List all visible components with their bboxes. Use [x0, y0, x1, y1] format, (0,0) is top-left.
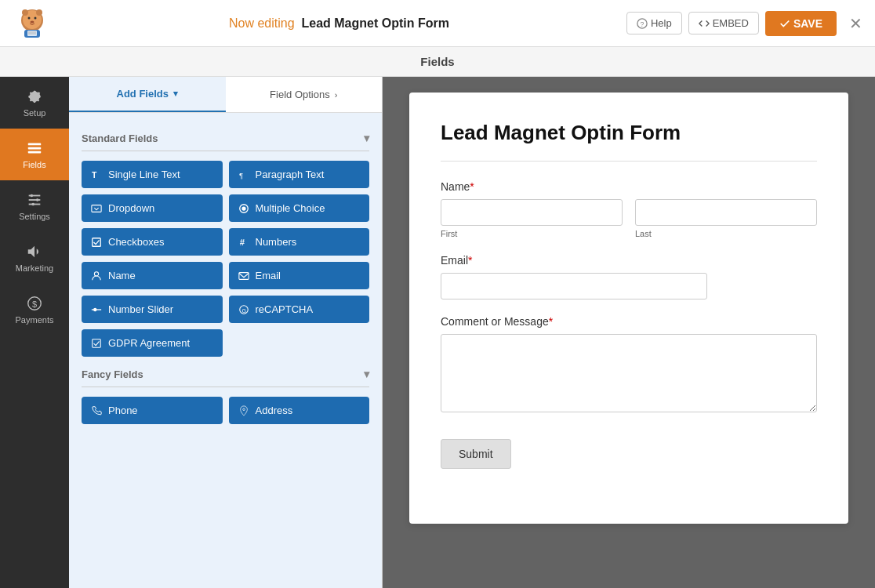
field-options-tab-label: Field Options: [270, 89, 330, 100]
recaptcha-label: reCAPTCHA: [256, 303, 314, 315]
google-icon: G: [238, 304, 249, 315]
gdpr-label: GDPR Agreement: [108, 337, 190, 349]
standard-fields-collapse-icon[interactable]: ▾: [364, 132, 369, 144]
field-btn-paragraph-text[interactable]: ¶ Paragraph Text: [229, 161, 370, 188]
address-label: Address: [256, 405, 293, 416]
form-label-message: Comment or Message*: [441, 315, 817, 328]
name-required-asterisk: *: [470, 180, 474, 193]
hash-icon: #: [238, 237, 249, 248]
standard-fields-divider: [82, 151, 369, 151]
email-input[interactable]: [441, 273, 707, 299]
tab-field-options[interactable]: Field Options ›: [226, 77, 383, 112]
fields-icon: [26, 140, 43, 157]
field-btn-email[interactable]: Email: [229, 262, 370, 289]
save-checkmark-icon: [779, 18, 790, 29]
save-button[interactable]: SAVE: [765, 11, 837, 36]
phone-label: Phone: [108, 405, 138, 416]
sidebar-label-setup: Setup: [24, 108, 46, 118]
single-line-text-label: Single Line Text: [108, 169, 180, 180]
svg-text:$: $: [32, 299, 37, 309]
field-btn-single-line-text[interactable]: T Single Line Text: [82, 161, 223, 188]
add-fields-chevron-icon: ▾: [173, 89, 178, 99]
sidebar-nav: Setup Fields Settings Marketing $ Paymen…: [0, 77, 69, 588]
field-btn-name[interactable]: Name: [82, 262, 223, 289]
sidebar-label-settings: Settings: [19, 212, 50, 221]
field-btn-number-slider[interactable]: Number Slider: [82, 296, 223, 323]
top-bar: Now editing Lead Magnet Optin Form ? Hel…: [0, 0, 875, 47]
save-label: SAVE: [793, 17, 822, 30]
sidebar-item-settings[interactable]: Settings: [0, 180, 69, 232]
fancy-fields-divider: [82, 387, 369, 387]
form-name-label: Lead Magnet Optin Form: [301, 16, 448, 30]
now-editing-label: Now editing: [229, 16, 295, 30]
first-name-input[interactable]: [441, 199, 623, 226]
svg-point-6: [31, 20, 34, 23]
email-required-asterisk: *: [468, 254, 472, 267]
fancy-fields-grid: Phone Address: [82, 397, 369, 424]
svg-rect-8: [27, 31, 37, 36]
svg-text:#: #: [239, 238, 245, 247]
svg-point-3: [36, 9, 42, 16]
svg-rect-37: [93, 339, 101, 347]
svg-rect-32: [238, 272, 248, 279]
field-btn-phone[interactable]: Phone: [82, 397, 223, 424]
field-btn-numbers[interactable]: # Numbers: [229, 228, 370, 256]
field-btn-recaptcha[interactable]: G reCAPTCHA: [229, 296, 370, 323]
form-field-message: Comment or Message*: [441, 315, 817, 416]
standard-fields-section: Standard Fields ▾: [82, 132, 369, 144]
top-bar-title: Now editing Lead Magnet Optin Form: [52, 16, 626, 31]
add-fields-tab-label: Add Fields: [117, 88, 169, 100]
fields-label-bar: Fields: [0, 47, 875, 77]
embed-icon: [699, 18, 710, 29]
check-square-icon: [91, 338, 102, 349]
fields-section-label: Fields: [420, 55, 454, 68]
field-btn-address[interactable]: Address: [229, 397, 370, 424]
svg-text:T: T: [92, 170, 97, 180]
svg-point-21: [31, 203, 34, 206]
form-label-email: Email*: [441, 254, 817, 267]
radio-icon: [238, 203, 249, 214]
dropdown-icon: [91, 203, 102, 214]
close-button[interactable]: ✕: [849, 14, 862, 33]
sidebar-item-setup[interactable]: Setup: [0, 77, 69, 129]
fields-panel: Add Fields ▾ Field Options › Standard Fi…: [69, 77, 383, 588]
field-btn-gdpr[interactable]: GDPR Agreement: [82, 329, 223, 357]
multiple-choice-label: Multiple Choice: [256, 202, 325, 214]
svg-point-5: [34, 16, 37, 19]
fancy-fields-section: Fancy Fields ▾: [82, 368, 369, 380]
tab-add-fields[interactable]: Add Fields ▾: [69, 77, 226, 112]
name-inputs-group: First Last: [441, 199, 817, 238]
svg-rect-13: [28, 143, 42, 146]
sidebar-item-marketing[interactable]: Marketing: [0, 232, 69, 284]
standard-fields-label: Standard Fields: [82, 132, 158, 144]
message-textarea[interactable]: [441, 334, 817, 412]
paragraph-text-label: Paragraph Text: [256, 169, 325, 180]
svg-point-2: [22, 9, 28, 16]
svg-text:¶: ¶: [238, 171, 242, 180]
form-divider: [441, 161, 817, 162]
top-bar-actions: ? Help EMBED SAVE ✕: [626, 11, 862, 36]
svg-rect-14: [28, 147, 42, 150]
submit-button[interactable]: Submit: [441, 439, 511, 469]
embed-label: EMBED: [713, 17, 749, 29]
field-btn-dropdown[interactable]: Dropdown: [82, 194, 223, 222]
svg-point-20: [36, 198, 39, 201]
embed-button[interactable]: EMBED: [688, 12, 759, 34]
submit-label: Submit: [459, 448, 493, 460]
field-btn-multiple-choice[interactable]: Multiple Choice: [229, 194, 370, 222]
sidebar-item-fields[interactable]: Fields: [0, 129, 69, 180]
form-preview-area: Lead Magnet Optin Form Name* First Last: [383, 77, 875, 588]
svg-text:G: G: [241, 307, 245, 313]
fancy-fields-collapse-icon[interactable]: ▾: [364, 368, 369, 380]
last-name-input[interactable]: [635, 199, 817, 226]
gear-icon: [26, 88, 43, 105]
form-field-email: Email*: [441, 254, 817, 299]
field-btn-checkboxes[interactable]: Checkboxes: [82, 228, 223, 256]
sidebar-label-payments: Payments: [16, 315, 54, 325]
help-button[interactable]: ? Help: [626, 12, 682, 34]
sidebar-item-payments[interactable]: $ Payments: [0, 284, 69, 336]
first-name-sub-label: First: [441, 229, 623, 238]
main-layout: Setup Fields Settings Marketing $ Paymen…: [0, 77, 875, 588]
megaphone-icon: [26, 243, 43, 260]
name-label: Name: [108, 270, 136, 281]
